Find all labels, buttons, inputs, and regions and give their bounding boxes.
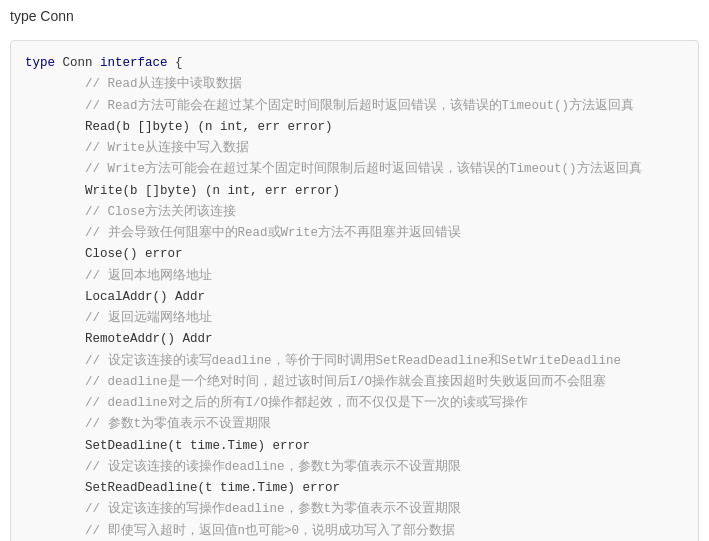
code-line: // Close方法关闭该连接 bbox=[25, 202, 684, 223]
code-line: // Write方法可能会在超过某个固定时间限制后超时返回错误，该错误的Time… bbox=[25, 159, 684, 180]
code-block: type Conn interface { // Read从连接中读取数据 //… bbox=[10, 40, 699, 541]
code-line: // Write从连接中写入数据 bbox=[25, 138, 684, 159]
code-line: Read(b []byte) (n int, err error) bbox=[25, 117, 684, 138]
code-line: // 设定该连接的读写deadline，等价于同时调用SetReadDeadli… bbox=[25, 351, 684, 372]
code-line: // 即使写入超时，返回值n也可能>0，说明成功写入了部分数据 bbox=[25, 521, 684, 542]
code-line: // 设定该连接的写操作deadline，参数t为零值表示不设置期限 bbox=[25, 499, 684, 520]
code-line: // 设定该连接的读操作deadline，参数t为零值表示不设置期限 bbox=[25, 457, 684, 478]
code-line: SetDeadline(t time.Time) error bbox=[25, 436, 684, 457]
code-line: Write(b []byte) (n int, err error) bbox=[25, 181, 684, 202]
code-line: // 返回本地网络地址 bbox=[25, 266, 684, 287]
code-line: // 参数t为零值表示不设置期限 bbox=[25, 414, 684, 435]
code-line: // Read从连接中读取数据 bbox=[25, 74, 684, 95]
page-title: type Conn bbox=[10, 8, 699, 24]
type-keyword: type bbox=[10, 8, 40, 24]
code-line: RemoteAddr() Addr bbox=[25, 329, 684, 350]
code-line: SetReadDeadline(t time.Time) error bbox=[25, 478, 684, 499]
code-line: // 并会导致任何阻塞中的Read或Write方法不再阻塞并返回错误 bbox=[25, 223, 684, 244]
code-line: // 返回远端网络地址 bbox=[25, 308, 684, 329]
code-line: Close() error bbox=[25, 244, 684, 265]
code-line: LocalAddr() Addr bbox=[25, 287, 684, 308]
code-line: type Conn interface { bbox=[25, 53, 684, 74]
conn-name: Conn bbox=[40, 8, 73, 24]
code-line: // Read方法可能会在超过某个固定时间限制后超时返回错误，该错误的Timeo… bbox=[25, 96, 684, 117]
code-line: // deadline对之后的所有I/O操作都起效，而不仅仅是下一次的读或写操作 bbox=[25, 393, 684, 414]
code-line: // deadline是一个绝对时间，超过该时间后I/O操作就会直接因超时失败返… bbox=[25, 372, 684, 393]
